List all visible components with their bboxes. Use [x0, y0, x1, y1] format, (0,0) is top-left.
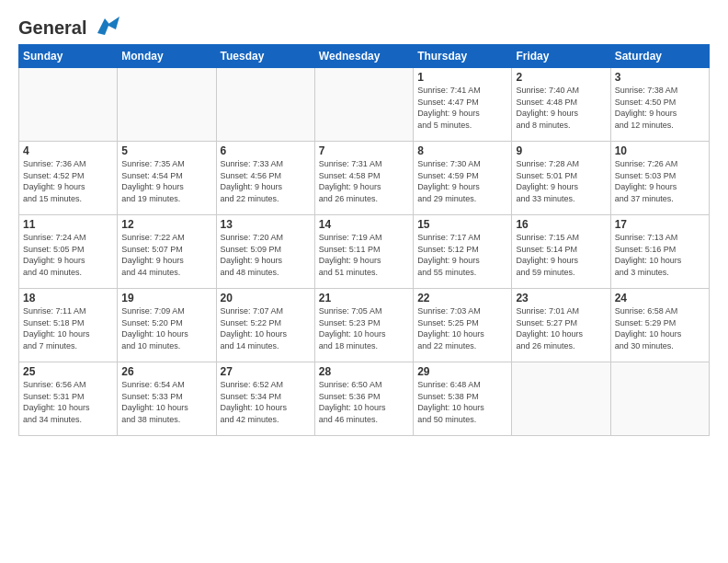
day-number: 17: [615, 218, 705, 231]
day-info: Sunrise: 7:17 AM Sunset: 5:12 PM Dayligh…: [417, 232, 507, 278]
calendar-week-4: 25Sunrise: 6:56 AM Sunset: 5:31 PM Dayli…: [19, 362, 710, 436]
day-number: 27: [221, 365, 311, 378]
calendar-header-tuesday: Tuesday: [216, 45, 314, 68]
day-info: Sunrise: 7:35 AM Sunset: 4:54 PM Dayligh…: [121, 158, 211, 204]
calendar-cell: 23Sunrise: 7:01 AM Sunset: 5:27 PM Dayli…: [512, 289, 610, 362]
day-info: Sunrise: 7:09 AM Sunset: 5:20 PM Dayligh…: [121, 305, 211, 351]
day-info: Sunrise: 7:22 AM Sunset: 5:07 PM Dayligh…: [121, 232, 211, 278]
day-number: 26: [121, 365, 211, 378]
calendar-cell: 16Sunrise: 7:15 AM Sunset: 5:14 PM Dayli…: [512, 215, 610, 289]
day-number: 7: [319, 144, 409, 157]
day-number: 19: [121, 292, 211, 304]
calendar-cell: 1Sunrise: 7:41 AM Sunset: 4:47 PM Daylig…: [414, 68, 512, 142]
logo-general: General: [18, 17, 86, 38]
calendar-header-row: SundayMondayTuesdayWednesdayThursdayFrid…: [19, 45, 710, 68]
calendar-cell: [512, 362, 610, 436]
logo-text: General: [18, 18, 86, 37]
calendar-cell: 29Sunrise: 6:48 AM Sunset: 5:38 PM Dayli…: [414, 362, 512, 436]
calendar-header-wednesday: Wednesday: [314, 45, 413, 68]
calendar-cell: 20Sunrise: 7:07 AM Sunset: 5:22 PM Dayli…: [216, 289, 314, 362]
day-info: Sunrise: 7:28 AM Sunset: 5:01 PM Dayligh…: [516, 158, 606, 204]
day-number: 28: [319, 365, 409, 378]
day-number: 1: [417, 71, 507, 84]
svg-marker-0: [97, 17, 119, 35]
page: General SundayMondayTuesdayWednesdayThur…: [0, 0, 728, 445]
day-info: Sunrise: 7:40 AM Sunset: 4:48 PM Dayligh…: [516, 85, 606, 131]
calendar-cell: 24Sunrise: 6:58 AM Sunset: 5:29 PM Dayli…: [610, 289, 709, 362]
day-info: Sunrise: 7:24 AM Sunset: 5:05 PM Dayligh…: [23, 232, 113, 278]
calendar-week-2: 11Sunrise: 7:24 AM Sunset: 5:05 PM Dayli…: [19, 215, 710, 289]
day-number: 2: [516, 71, 606, 84]
day-number: 15: [417, 218, 507, 231]
day-number: 14: [319, 218, 409, 231]
day-info: Sunrise: 7:11 AM Sunset: 5:18 PM Dayligh…: [23, 305, 113, 351]
calendar-cell: 6Sunrise: 7:33 AM Sunset: 4:56 PM Daylig…: [216, 142, 314, 215]
day-number: 16: [516, 218, 606, 231]
day-info: Sunrise: 7:20 AM Sunset: 5:09 PM Dayligh…: [221, 232, 311, 278]
calendar-cell: 26Sunrise: 6:54 AM Sunset: 5:33 PM Dayli…: [118, 362, 216, 436]
day-info: Sunrise: 6:52 AM Sunset: 5:34 PM Dayligh…: [221, 379, 311, 425]
calendar-cell: 27Sunrise: 6:52 AM Sunset: 5:34 PM Dayli…: [216, 362, 314, 436]
day-info: Sunrise: 7:15 AM Sunset: 5:14 PM Dayligh…: [516, 232, 606, 278]
day-info: Sunrise: 7:05 AM Sunset: 5:23 PM Dayligh…: [319, 305, 409, 351]
calendar-cell: 5Sunrise: 7:35 AM Sunset: 4:54 PM Daylig…: [118, 142, 216, 215]
day-info: Sunrise: 6:54 AM Sunset: 5:33 PM Dayligh…: [121, 379, 211, 425]
calendar-cell: 8Sunrise: 7:30 AM Sunset: 4:59 PM Daylig…: [414, 142, 512, 215]
day-number: 22: [417, 292, 507, 304]
calendar-cell: 25Sunrise: 6:56 AM Sunset: 5:31 PM Dayli…: [19, 362, 118, 436]
day-info: Sunrise: 7:19 AM Sunset: 5:11 PM Dayligh…: [319, 232, 409, 278]
day-number: 13: [221, 218, 311, 231]
calendar-cell: 21Sunrise: 7:05 AM Sunset: 5:23 PM Dayli…: [314, 289, 413, 362]
calendar-header-monday: Monday: [118, 45, 216, 68]
calendar-cell: 3Sunrise: 7:38 AM Sunset: 4:50 PM Daylig…: [610, 68, 709, 142]
calendar-cell: 13Sunrise: 7:20 AM Sunset: 5:09 PM Dayli…: [216, 215, 314, 289]
calendar-week-3: 18Sunrise: 7:11 AM Sunset: 5:18 PM Dayli…: [19, 289, 710, 362]
calendar-header-sunday: Sunday: [19, 45, 118, 68]
calendar-table: SundayMondayTuesdayWednesdayThursdayFrid…: [18, 44, 710, 436]
day-number: 24: [615, 292, 705, 304]
calendar-cell: 7Sunrise: 7:31 AM Sunset: 4:58 PM Daylig…: [314, 142, 413, 215]
day-number: 20: [221, 292, 311, 304]
day-info: Sunrise: 7:01 AM Sunset: 5:27 PM Dayligh…: [516, 305, 606, 351]
header: General: [18, 15, 710, 37]
day-info: Sunrise: 7:41 AM Sunset: 4:47 PM Dayligh…: [417, 85, 507, 131]
day-info: Sunrise: 6:48 AM Sunset: 5:38 PM Dayligh…: [417, 379, 507, 425]
calendar-header-thursday: Thursday: [414, 45, 512, 68]
day-info: Sunrise: 6:58 AM Sunset: 5:29 PM Dayligh…: [615, 305, 705, 351]
calendar-cell: [216, 68, 314, 142]
day-info: Sunrise: 7:03 AM Sunset: 5:25 PM Dayligh…: [417, 305, 507, 351]
calendar-cell: 10Sunrise: 7:26 AM Sunset: 5:03 PM Dayli…: [610, 142, 709, 215]
calendar-cell: 28Sunrise: 6:50 AM Sunset: 5:36 PM Dayli…: [314, 362, 413, 436]
day-number: 21: [319, 292, 409, 304]
day-number: 5: [121, 144, 211, 157]
day-info: Sunrise: 7:33 AM Sunset: 4:56 PM Dayligh…: [221, 158, 311, 204]
calendar-cell: 9Sunrise: 7:28 AM Sunset: 5:01 PM Daylig…: [512, 142, 610, 215]
calendar-cell: 17Sunrise: 7:13 AM Sunset: 5:16 PM Dayli…: [610, 215, 709, 289]
calendar-header-saturday: Saturday: [610, 45, 709, 68]
logo-bird-icon: [90, 15, 119, 40]
day-number: 10: [615, 144, 705, 157]
calendar-cell: 12Sunrise: 7:22 AM Sunset: 5:07 PM Dayli…: [118, 215, 216, 289]
day-info: Sunrise: 7:38 AM Sunset: 4:50 PM Dayligh…: [615, 85, 705, 131]
calendar-cell: 19Sunrise: 7:09 AM Sunset: 5:20 PM Dayli…: [118, 289, 216, 362]
day-info: Sunrise: 6:56 AM Sunset: 5:31 PM Dayligh…: [23, 379, 113, 425]
day-number: 9: [516, 144, 606, 157]
day-number: 4: [23, 144, 113, 157]
day-number: 12: [121, 218, 211, 231]
day-number: 3: [615, 71, 705, 84]
day-number: 25: [23, 365, 113, 378]
day-info: Sunrise: 7:07 AM Sunset: 5:22 PM Dayligh…: [221, 305, 311, 351]
day-info: Sunrise: 6:50 AM Sunset: 5:36 PM Dayligh…: [319, 379, 409, 425]
day-info: Sunrise: 7:13 AM Sunset: 5:16 PM Dayligh…: [615, 232, 705, 278]
calendar-header-friday: Friday: [512, 45, 610, 68]
calendar-week-0: 1Sunrise: 7:41 AM Sunset: 4:47 PM Daylig…: [19, 68, 710, 142]
calendar-cell: 15Sunrise: 7:17 AM Sunset: 5:12 PM Dayli…: [414, 215, 512, 289]
calendar-cell: 2Sunrise: 7:40 AM Sunset: 4:48 PM Daylig…: [512, 68, 610, 142]
day-info: Sunrise: 7:36 AM Sunset: 4:52 PM Dayligh…: [23, 158, 113, 204]
calendar-cell: [19, 68, 118, 142]
day-number: 23: [516, 292, 606, 304]
calendar-cell: 14Sunrise: 7:19 AM Sunset: 5:11 PM Dayli…: [314, 215, 413, 289]
day-number: 29: [417, 365, 507, 378]
day-number: 18: [23, 292, 113, 304]
day-info: Sunrise: 7:30 AM Sunset: 4:59 PM Dayligh…: [417, 158, 507, 204]
